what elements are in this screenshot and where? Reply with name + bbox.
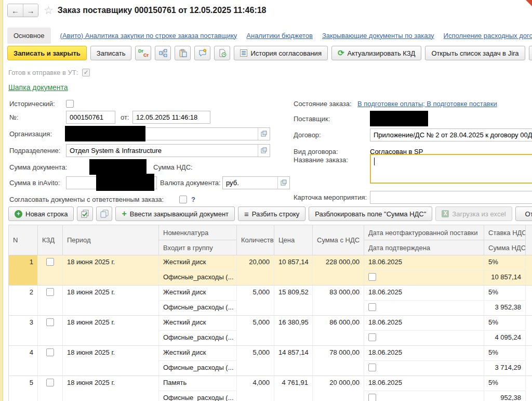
period-cell[interactable]: 18 июня 2025 г. <box>63 286 159 316</box>
save-and-close-button[interactable]: Записать и закрыть <box>7 46 87 60</box>
kzd-checkbox[interactable] <box>46 348 54 356</box>
nomenclature-cell[interactable]: Жесткий диск <box>159 255 237 270</box>
confirmed-date-cell[interactable] <box>364 270 484 286</box>
group-cell[interactable]: Офисные_расходы (... <box>159 331 237 346</box>
sum-with-vat-cell[interactable]: 20 000,00 <box>313 376 364 401</box>
uninvoiced-date-cell[interactable]: 18.06.2025 <box>364 255 484 270</box>
price-cell[interactable]: 16 380,95 <box>274 316 313 346</box>
edge-cell[interactable] <box>526 255 532 286</box>
nomenclature-cell[interactable]: Память <box>159 376 237 391</box>
vat-sum-cell[interactable]: 10 857,14 <box>484 270 526 286</box>
open-jira-tasks-button[interactable]: Открыть список задач в Jira <box>425 46 525 60</box>
edge-cell[interactable] <box>526 346 532 376</box>
paste-button[interactable] <box>175 46 191 60</box>
tab-contract-execution[interactable]: Исполнение расходных договоров <box>444 32 532 40</box>
order-name-textarea[interactable] <box>370 154 532 184</box>
price-cell[interactable]: 4 761,91 <box>274 376 313 401</box>
tab-avito-analytics[interactable]: (Авито) Аналитика закупки по строке зака… <box>60 32 237 40</box>
nomenclature-cell[interactable]: Жесткий диск <box>159 286 237 301</box>
unlock-vat-button[interactable]: Разблокировать поле "Сумма НДС" <box>309 206 432 221</box>
confirmed-date-cell[interactable] <box>364 361 484 376</box>
vat-rate-cell[interactable]: 5% <box>484 255 526 270</box>
group-cell[interactable]: Офисные_расходы (... <box>159 361 237 376</box>
period-cell[interactable]: 18 июня 2025 г. <box>63 316 159 346</box>
row-number-cell[interactable]: 1 <box>9 255 38 286</box>
period-cell[interactable]: 18 июня 2025 г. <box>63 376 159 401</box>
table-row[interactable]: 518 июня 2025 г.Память4,0004 761,9120 00… <box>9 376 532 391</box>
save-button[interactable]: Записать <box>90 46 132 60</box>
group-cell[interactable]: Офисные_расходы (... <box>159 270 237 286</box>
confirmed-date-checkbox[interactable] <box>368 273 376 281</box>
confirmed-date-checkbox[interactable] <box>368 333 376 341</box>
table-row[interactable]: 418 июня 2025 г.Жесткий диск5,00014 857,… <box>9 346 532 361</box>
tab-budget-analytics[interactable]: Аналитики бюджетов <box>246 32 313 40</box>
contract-input[interactable]: Приложение/ДС № 2 от 28.04.2025 к догово… <box>370 128 532 141</box>
edge-cell[interactable] <box>526 376 532 401</box>
vat-sum-cell[interactable]: 4 095,24 <box>484 331 526 346</box>
vat-rate-cell[interactable]: 5% <box>484 376 526 391</box>
vat-rate-cell[interactable]: 5% <box>484 316 526 331</box>
edge-cell[interactable] <box>526 286 532 316</box>
group-cell[interactable]: Офисные_расходы (... <box>159 301 237 316</box>
confirmed-date-cell[interactable] <box>364 301 484 316</box>
row-number-cell[interactable]: 3 <box>9 316 38 346</box>
kzd-cell[interactable] <box>38 286 63 316</box>
price-cell[interactable]: 14 857,14 <box>274 346 313 376</box>
confirmed-date-checkbox[interactable] <box>368 303 376 311</box>
approval-history-button[interactable]: История согласования <box>234 46 328 60</box>
vat-rate-cell[interactable]: 5% <box>484 346 526 361</box>
vat-sum-cell[interactable]: 3 714,29 <box>484 361 526 376</box>
favorite-star-icon[interactable]: ☆ <box>44 4 54 17</box>
kzd-checkbox[interactable] <box>46 288 54 296</box>
new-row-button[interactable]: + Новая строка <box>8 206 74 221</box>
tab-closing-documents[interactable]: Закрывающие документы по заказу <box>322 32 434 40</box>
kzd-checkbox[interactable] <box>46 258 54 266</box>
table-row[interactable]: 318 июня 2025 г.Жесткий диск5,00016 380,… <box>9 316 532 331</box>
tab-main[interactable]: Основное <box>7 28 51 44</box>
uninvoiced-date-cell[interactable]: 18.06.2025 <box>364 316 484 331</box>
edge-cell[interactable] <box>526 316 532 346</box>
row-number-cell[interactable]: 4 <box>9 346 38 376</box>
quantity-cell[interactable]: 5,000 <box>237 316 274 346</box>
kzd-cell[interactable] <box>38 376 63 401</box>
report-button[interactable] <box>214 46 230 60</box>
back-icon[interactable]: ← <box>8 4 23 17</box>
confirmed-date-cell[interactable] <box>364 391 484 401</box>
clipped-right-button[interactable]: З <box>529 46 532 60</box>
kzd-cell[interactable] <box>38 316 63 346</box>
kzd-cell[interactable] <box>38 255 63 286</box>
quantity-cell[interactable]: 4,000 <box>237 376 274 401</box>
order-state-link[interactable]: В подготовке оплаты; В подготовке постав… <box>357 100 497 108</box>
price-cell[interactable]: 10 857,14 <box>274 255 313 286</box>
copy-rows-button[interactable] <box>96 206 112 221</box>
vat-rate-cell[interactable]: 5% <box>484 286 526 301</box>
comments-button[interactable] <box>194 46 210 60</box>
vat-sum-cell[interactable]: 952,38 <box>484 391 526 401</box>
document-header-link[interactable]: Шапка документа <box>8 83 68 92</box>
period-cell[interactable]: 18 июня 2025 г. <box>63 255 159 286</box>
currency-picker-icon[interactable] <box>277 177 289 189</box>
row-number-cell[interactable]: 2 <box>9 286 38 316</box>
period-cell[interactable]: 18 июня 2025 г. <box>63 346 159 376</box>
group-cell[interactable]: Офисные_расходы (... <box>159 391 237 401</box>
kzd-cell[interactable] <box>38 346 63 376</box>
nomenclature-cell[interactable]: Жесткий диск <box>159 316 237 331</box>
sum-with-vat-cell[interactable]: 228 000,00 <box>313 255 364 286</box>
currency-input[interactable]: руб. <box>222 176 290 189</box>
debit-credit-button[interactable]: DrCr <box>135 46 151 60</box>
check-rows-button[interactable] <box>77 206 93 221</box>
table-row[interactable]: 118 июня 2025 г.Жесткий диск20,00010 857… <box>9 255 532 270</box>
vat-sum-cell[interactable]: 3 952,38 <box>484 301 526 316</box>
sum-with-vat-cell[interactable]: 78 000,00 <box>313 346 364 376</box>
enter-closing-doc-button[interactable]: + Ввести закрывающий документ <box>115 206 235 221</box>
actualize-kzd-button[interactable]: ⟳ Актуализировать КЗД <box>331 46 421 60</box>
quantity-cell[interactable]: 5,000 <box>237 286 274 316</box>
row-number-cell[interactable]: 5 <box>9 376 38 401</box>
quantity-cell[interactable]: 5,000 <box>237 346 274 376</box>
split-row-button[interactable]: ≡ Разбить строку <box>238 206 305 221</box>
uninvoiced-date-cell[interactable]: 18.06.2025 <box>364 376 484 391</box>
sum-with-vat-cell[interactable]: 86 000,00 <box>313 316 364 346</box>
sum-with-vat-cell[interactable]: 83 000,00 <box>313 286 364 316</box>
structure-button[interactable] <box>155 46 171 60</box>
confirmed-date-checkbox[interactable] <box>368 394 376 401</box>
